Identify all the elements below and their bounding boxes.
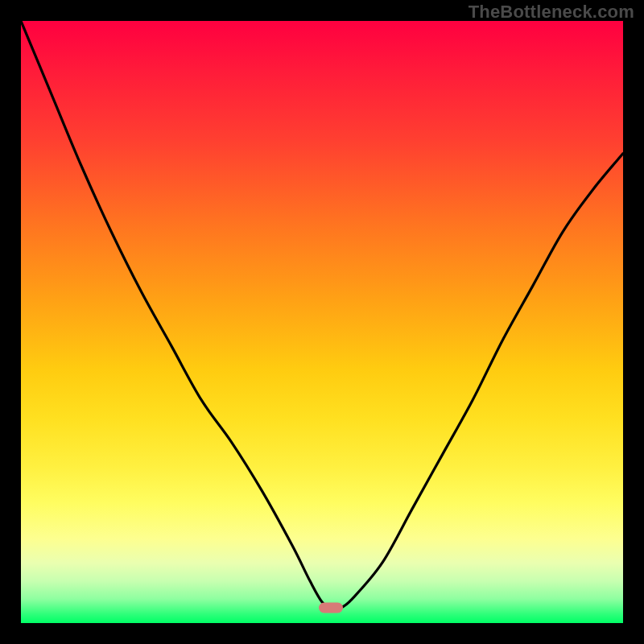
bottleneck-curve (21, 21, 623, 623)
chart-canvas: TheBottleneck.com (0, 0, 644, 644)
watermark-text: TheBottleneck.com (469, 2, 634, 23)
plot-area (21, 21, 623, 623)
optimum-marker (319, 603, 343, 613)
